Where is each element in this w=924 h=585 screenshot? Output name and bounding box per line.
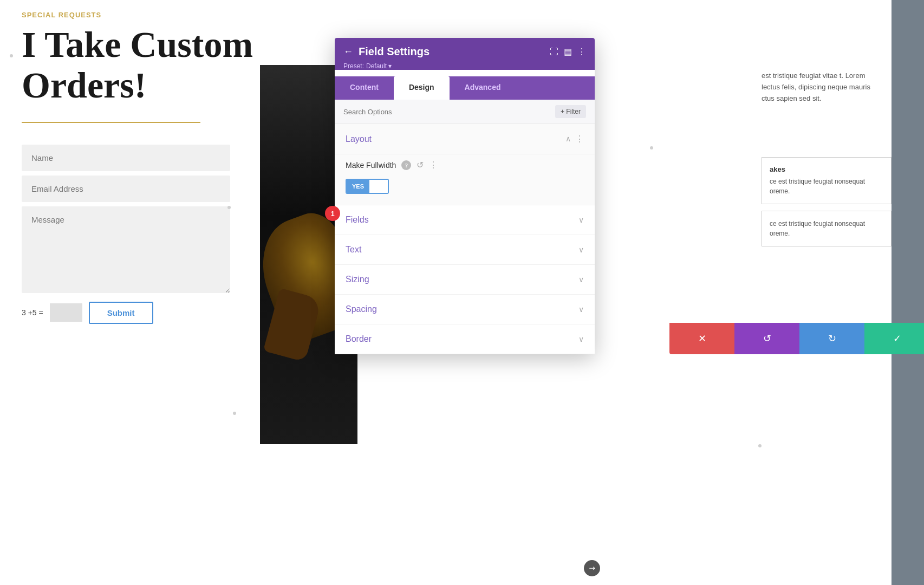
text-title: Text xyxy=(346,245,361,255)
sizing-section-header[interactable]: Sizing ∨ xyxy=(335,265,595,295)
panel-title-row: ← Field Settings ⛶ ▤ ⋮ xyxy=(343,46,586,58)
spacing-chevron: ∨ xyxy=(578,305,584,314)
right-text-area: est tristique feugiat vitae t. Lorem lec… xyxy=(762,70,881,115)
more-options-icon[interactable]: ⋮ xyxy=(577,47,586,57)
toggle-yes[interactable]: YES xyxy=(347,180,369,193)
box1-title: akes xyxy=(770,165,883,173)
right-sidebar xyxy=(892,0,924,585)
dot-decoration xyxy=(233,412,236,415)
bottom-action-bar: ✕ ↺ ↻ ✓ xyxy=(669,323,924,354)
content-box-2: ce est tristique feugiat nonsequat oreme… xyxy=(762,211,892,246)
content-box-1: akes ce est tristique feugiat nonsequat … xyxy=(762,157,892,204)
cancel-button[interactable]: ✕ xyxy=(669,323,734,354)
border-title: Border xyxy=(346,334,372,344)
tab-content[interactable]: Content xyxy=(335,76,394,100)
name-input[interactable] xyxy=(22,145,230,171)
right-boxes-area: akes ce est tristique feugiat nonsequat … xyxy=(762,157,892,253)
preset-label: Preset: xyxy=(343,62,364,70)
field-settings-panel: ← Field Settings ⛶ ▤ ⋮ Preset: Default ▾… xyxy=(335,38,595,354)
resize-icon: ↗ xyxy=(587,563,598,574)
tab-design[interactable]: Design xyxy=(394,76,450,100)
heading-divider xyxy=(22,122,200,123)
message-textarea[interactable] xyxy=(22,206,230,293)
help-icon[interactable]: ? xyxy=(401,160,411,170)
panel-header: ← Field Settings ⛶ ▤ ⋮ Preset: Default ▾ xyxy=(335,38,595,70)
sizing-title: Sizing xyxy=(346,275,369,284)
layout-section-header[interactable]: Layout ∧ ⋮ xyxy=(335,124,595,154)
border-section-header[interactable]: Border ∨ xyxy=(335,324,595,354)
make-fullwidth-row: Make Fullwidth ? ↺ ⋮ xyxy=(346,154,584,176)
preset-value[interactable]: Default ▾ xyxy=(366,62,392,70)
dot-decoration xyxy=(227,206,231,209)
preset-row: Preset: Default ▾ xyxy=(343,62,586,70)
panel-body: Layout ∧ ⋮ Make Fullwidth ? ↺ ⋮ YES Fi xyxy=(335,124,595,354)
text-section-header[interactable]: Text ∨ xyxy=(335,235,595,265)
filter-button[interactable]: + Filter xyxy=(555,105,586,118)
left-content-area: SPECIAL REQUESTS I Take Custom Orders! 3… xyxy=(22,11,265,324)
toggle-no[interactable] xyxy=(369,180,388,193)
captcha-input[interactable] xyxy=(50,303,82,322)
search-options-input[interactable] xyxy=(343,108,551,116)
spacing-title: Spacing xyxy=(346,304,377,314)
border-chevron: ∨ xyxy=(578,335,584,344)
layout-title: Layout xyxy=(346,134,372,144)
reset-icon[interactable]: ↺ xyxy=(417,160,424,170)
tab-advanced[interactable]: Advanced xyxy=(450,76,516,100)
resize-handle[interactable]: ↗ xyxy=(584,560,600,576)
fullscreen-icon[interactable]: ⛶ xyxy=(550,47,558,57)
dot-decoration xyxy=(758,444,762,447)
back-button[interactable]: ← xyxy=(343,46,353,57)
confirm-button[interactable]: ✓ xyxy=(864,323,924,354)
dot-decoration xyxy=(10,54,13,57)
undo-button[interactable]: ↺ xyxy=(734,323,799,354)
spacing-section-header[interactable]: Spacing ∨ xyxy=(335,295,595,324)
dot-decoration xyxy=(650,146,653,150)
toggle-container: YES xyxy=(346,179,584,194)
captcha-row: 3 +5 = Submit xyxy=(22,302,265,324)
layout-controls: ∧ ⋮ xyxy=(565,134,584,144)
layout-more-icon[interactable]: ⋮ xyxy=(575,134,584,144)
search-row: + Filter xyxy=(335,100,595,124)
email-input[interactable] xyxy=(22,176,230,202)
right-paragraph: est tristique feugiat vitae t. Lorem lec… xyxy=(762,70,881,104)
redo-button[interactable]: ↻ xyxy=(799,323,864,354)
fullwidth-toggle[interactable]: YES xyxy=(346,179,389,194)
fields-section-header[interactable]: Fields ∨ xyxy=(335,205,595,235)
special-requests-label: SPECIAL REQUESTS xyxy=(22,11,265,19)
make-fullwidth-label: Make Fullwidth xyxy=(346,161,396,170)
layout-section-body: Make Fullwidth ? ↺ ⋮ YES xyxy=(335,154,595,205)
badge-number-1: 1 xyxy=(325,206,340,221)
panel-tabs: Content Design Advanced xyxy=(335,76,595,100)
panel-title: Field Settings xyxy=(359,46,430,58)
captcha-text: 3 +5 = xyxy=(22,308,43,317)
fields-title: Fields xyxy=(346,215,369,225)
layout-chevron-up: ∧ xyxy=(565,134,571,144)
sizing-chevron: ∨ xyxy=(578,275,584,284)
panel-icons: ⛶ ▤ ⋮ xyxy=(550,47,586,57)
layout-icon[interactable]: ▤ xyxy=(564,47,572,57)
box2-text: ce est tristique feugiat nonsequat oreme… xyxy=(770,219,883,238)
fields-chevron: ∨ xyxy=(578,216,584,225)
panel-title-left: ← Field Settings xyxy=(343,46,430,58)
option-more-icon[interactable]: ⋮ xyxy=(429,160,438,170)
text-chevron: ∨ xyxy=(578,245,584,255)
main-heading: I Take Custom Orders! xyxy=(22,24,265,106)
box1-text: ce est tristique feugiat nonsequat oreme… xyxy=(770,177,883,196)
submit-button[interactable]: Submit xyxy=(89,302,153,324)
